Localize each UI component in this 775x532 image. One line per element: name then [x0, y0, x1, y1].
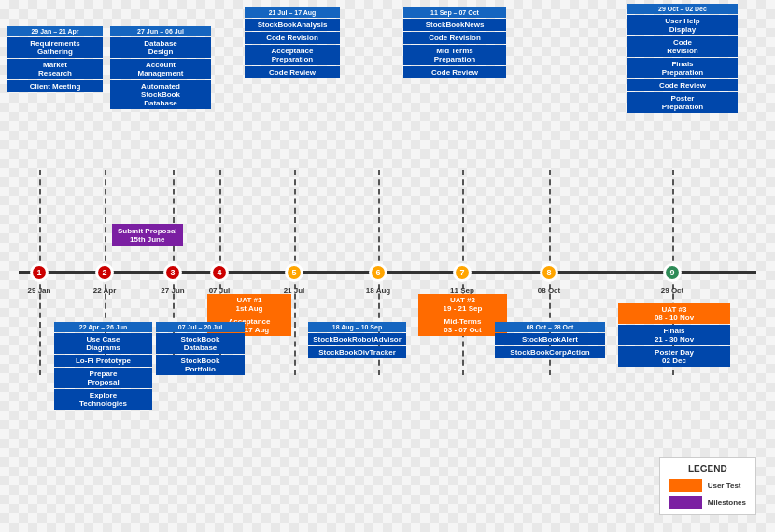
milestone-1: 1 [30, 263, 49, 282]
upper-box-1: 29 Jan – 21 Apr RequirementsGathering Ma… [7, 26, 103, 92]
milestone-label-8: 08 Oct [538, 287, 560, 295]
milestone-2: 2 [95, 263, 114, 282]
legend: LEGEND User Test Milestones [659, 457, 756, 515]
milestone-4: 4 [210, 263, 229, 282]
uat-box-2: UAT #219 - 21 Sep Mid-Terms03 - 07 Oct [418, 294, 507, 336]
upper-box-4: 11 Sep – 07 Oct StockBookNews Code Revis… [403, 7, 506, 78]
lower-box-3: 18 Aug – 10 Sep StockBookRobotAdvisor St… [308, 322, 406, 358]
main-content: 29 Jan – 21 Apr RequirementsGathering Ma… [0, 0, 775, 532]
milestone-7: 7 [453, 263, 472, 282]
milestone-label-1: 29 Jan [28, 287, 51, 295]
milestone-8: 8 [540, 263, 558, 282]
upper-box-5: 29 Oct – 02 Dec User HelpDisplay CodeRev… [627, 4, 738, 113]
lower-box-1: 22 Apr – 26 Jun Use CaseDiagrams Lo-Fi P… [54, 322, 152, 410]
milestone-6: 6 [369, 263, 388, 282]
timeline-line [19, 271, 756, 274]
timeline-container: 29 Jan – 21 Apr RequirementsGathering Ma… [0, 0, 775, 532]
milestone-label-9: 29 Oct [661, 287, 683, 295]
milestone-note: Submit Proposal15th June [112, 224, 183, 246]
lower-box-2: 07 Jul – 20 Jul StockBookDatabase StockB… [156, 322, 245, 375]
milestone-label-2: 22 Apr [93, 287, 117, 295]
legend-user-test: User Test [669, 479, 746, 492]
milestone-9: 9 [663, 263, 682, 282]
milestone-label-3: 27 Jun [161, 287, 184, 295]
lower-box-4: 08 Oct – 28 Oct StockBookAlert StockBook… [495, 322, 605, 358]
legend-title: LEGEND [669, 464, 746, 474]
upper-box-2: 27 Jun – 06 Jul DatabaseDesign AccountMa… [110, 26, 211, 109]
legend-milestones: Milestones [669, 496, 746, 509]
milestone-3: 3 [163, 263, 182, 282]
milestone-label-6: 18 Aug [366, 287, 390, 295]
milestone-5: 5 [285, 263, 303, 282]
lower-box-5: UAT #308 - 10 Nov Finals21 - 30 Nov Post… [618, 303, 730, 367]
upper-box-3: 21 Jul – 17 Aug StockBookAnalysis Code R… [245, 7, 340, 78]
